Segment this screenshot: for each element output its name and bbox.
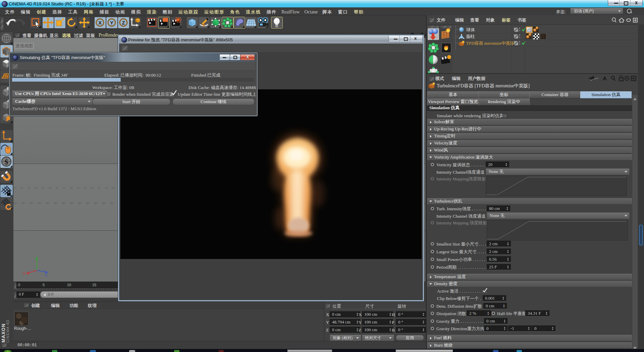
svg-text:Y: Y xyxy=(35,257,38,261)
svg-text:X: X xyxy=(23,271,25,275)
svg-text:Z: Z xyxy=(45,273,48,276)
svg-text:S: S xyxy=(4,158,8,166)
svg-text:Z: Z xyxy=(122,20,125,26)
svg-text:Y: Y xyxy=(110,20,113,26)
svg-text:X: X xyxy=(98,20,102,26)
